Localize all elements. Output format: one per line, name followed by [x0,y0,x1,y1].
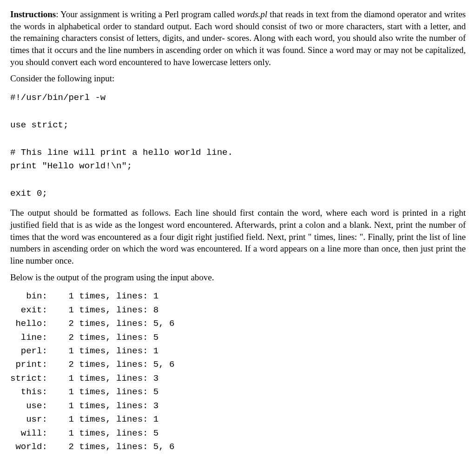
output-code: bin: 1 times, lines: 1 exit: 1 times, li… [10,290,466,454]
filename: words.pl [237,9,267,19]
output-code-block: bin: 1 times, lines: 1 exit: 1 times, li… [10,290,466,454]
instructions-text-1: Your assignment is writing a Perl progra… [60,9,237,19]
input-code-block: #!/usr/bin/perl -w use strict; # This li… [10,91,466,201]
instructions-sep: : [56,9,60,19]
instructions-paragraph: Instructions: Your assignment is writing… [10,8,466,68]
below-output-text: Below is the output of the program using… [10,271,466,284]
output-format-paragraph: The output should be formatted as follow… [10,207,466,266]
instructions-label: Instructions [10,9,56,19]
consider-input-text: Consider the following input: [10,73,466,85]
input-code: #!/usr/bin/perl -w use strict; # This li… [10,91,466,201]
